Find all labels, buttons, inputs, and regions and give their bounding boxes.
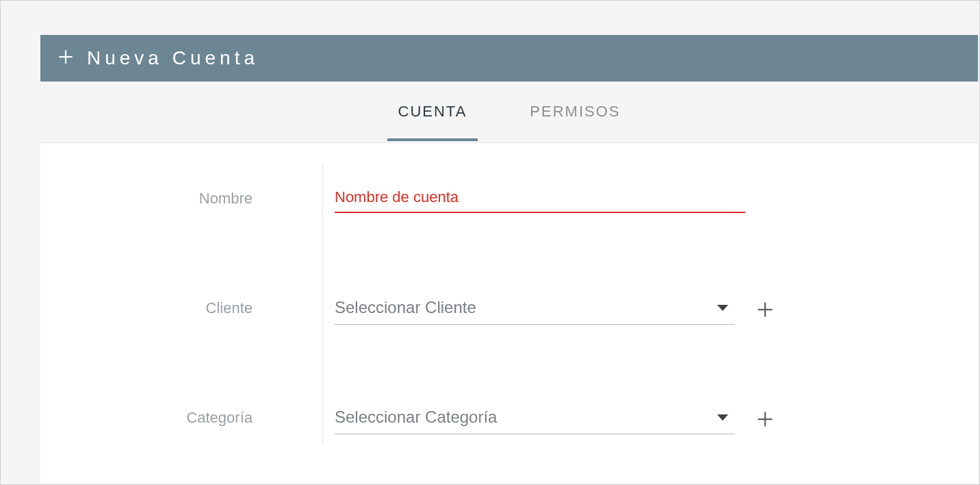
form-rows: Nombre Cliente Seleccionar Cliente — [40, 184, 978, 445]
page-wrapper: Nueva Cuenta CUENTA PERMISOS Nombre Clie… — [2, 2, 978, 483]
chevron-down-icon — [717, 305, 728, 311]
categoria-select-placeholder: Seleccionar Categoría — [335, 408, 497, 427]
label-cliente: Cliente — [206, 299, 253, 316]
field-col-categoria: Seleccionar Categoría — [294, 403, 779, 434]
row-categoria: Categoría Seleccionar Categoría — [40, 403, 978, 445]
label-categoria: Categoría — [186, 409, 253, 426]
add-categoria-button[interactable] — [751, 406, 779, 433]
plus-icon — [57, 48, 75, 69]
row-cliente: Cliente Seleccionar Cliente — [40, 294, 978, 335]
label-col-categoria: Categoría — [40, 403, 294, 445]
cliente-select-placeholder: Seleccionar Cliente — [335, 298, 476, 317]
tab-permisos[interactable]: PERMISOS — [519, 84, 631, 141]
page-title: Nueva Cuenta — [87, 47, 259, 69]
header-bar: Nueva Cuenta — [40, 35, 978, 82]
chevron-down-icon — [717, 414, 728, 421]
nombre-input[interactable] — [335, 184, 745, 213]
label-nombre: Nombre — [199, 190, 253, 207]
categoria-select[interactable]: Seleccionar Categoría — [335, 403, 735, 434]
tab-cuenta[interactable]: CUENTA — [387, 84, 478, 141]
form-panel: Nombre Cliente Seleccionar Cliente — [40, 143, 978, 483]
row-nombre: Nombre — [40, 184, 978, 225]
tabs: CUENTA PERMISOS — [40, 82, 978, 143]
label-col-nombre: Nombre — [40, 184, 294, 225]
label-col-cliente: Cliente — [40, 294, 294, 335]
add-cliente-button[interactable] — [751, 296, 779, 323]
field-col-cliente: Seleccionar Cliente — [294, 294, 779, 325]
cliente-select[interactable]: Seleccionar Cliente — [335, 294, 735, 325]
field-col-nombre — [294, 184, 745, 213]
